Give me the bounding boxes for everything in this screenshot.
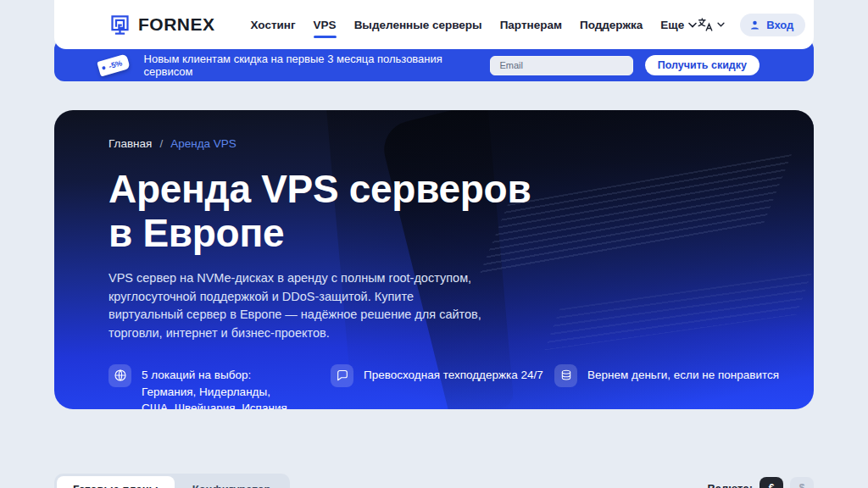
currency-eur-button[interactable]: € xyxy=(760,477,783,488)
nav-item-more-label: Еще xyxy=(660,19,684,31)
fornex-logo-icon xyxy=(108,14,131,36)
breadcrumb-home-link[interactable]: Главная xyxy=(108,137,152,150)
nav-item-vps[interactable]: VPS xyxy=(314,14,337,36)
breadcrumb-separator: / xyxy=(159,137,163,150)
login-label: Вход xyxy=(766,19,793,31)
currency-label: Валюта: xyxy=(707,482,753,488)
nav-item-hosting[interactable]: Хостинг xyxy=(251,14,296,36)
discount-tag-icon: -5% xyxy=(97,53,130,76)
promo-email-input[interactable] xyxy=(490,56,632,75)
nav-item-dedicated[interactable]: Выделенные серверы xyxy=(354,14,482,36)
content-shell: FORNEX Хостинг VPS Выделенные серверы Па… xyxy=(54,0,814,488)
tab-ready-plans[interactable]: Готовые планы xyxy=(57,476,175,488)
tab-configurator[interactable]: Конфигуратор xyxy=(176,476,287,488)
currency-usd-button[interactable]: $ xyxy=(790,477,814,488)
nav-item-more[interactable]: Еще xyxy=(660,14,697,36)
feature-locations-text: 5 локаций на выбор: Германия, Нидерланды… xyxy=(142,364,298,409)
main-nav: Хостинг VPS Выделенные серверы Партнерам… xyxy=(251,14,698,36)
hero-section: Главная / Аренда VPS Аренда VPS серверов… xyxy=(54,110,814,409)
breadcrumb: Главная / Аренда VPS xyxy=(108,137,760,150)
hero-features: 5 локаций на выбор: Германия, Нидерланды… xyxy=(108,364,760,409)
nav-item-partners[interactable]: Партнерам xyxy=(500,14,562,36)
page-title-line2: в Европе xyxy=(108,211,284,255)
user-icon xyxy=(749,19,760,30)
brand-name: FORNEX xyxy=(138,14,215,35)
nav-item-support[interactable]: Поддержка xyxy=(580,14,643,36)
globe-icon xyxy=(108,364,131,387)
brand-logo[interactable]: FORNEX xyxy=(108,14,215,36)
feature-locations: 5 локаций на выбор: Германия, Нидерланды… xyxy=(108,364,331,409)
promo-message: Новым клиентам скидка на первые 3 месяца… xyxy=(144,53,491,78)
chevron-down-icon xyxy=(688,22,697,28)
top-navbar: FORNEX Хостинг VPS Выделенные серверы Па… xyxy=(54,0,814,49)
navbar-right: Вход xyxy=(697,14,805,36)
chat-icon xyxy=(331,364,353,387)
plans-tabs: Готовые планы Конфигуратор xyxy=(54,474,290,488)
feature-support: Превосходная техподдержка 24/7 xyxy=(331,364,554,409)
feature-moneyback-text: Вернем деньги, если не понравится xyxy=(587,364,779,384)
currency-switcher: Валюта: € $ xyxy=(707,474,814,488)
chevron-down-icon xyxy=(717,22,725,27)
feature-support-text: Превосходная техподдержка 24/7 xyxy=(364,364,543,384)
language-switcher[interactable] xyxy=(697,17,725,32)
translate-icon xyxy=(697,17,714,32)
plans-header: Готовые планы Конфигуратор Валюта: € $ xyxy=(54,474,814,488)
page-title: Аренда VPS серверов в Европе xyxy=(108,168,760,256)
hero-description: VPS сервер на NVMe-дисках в аренду с пол… xyxy=(108,269,488,343)
coins-icon xyxy=(554,364,577,387)
page-title-line1: Аренда VPS серверов xyxy=(108,167,531,211)
feature-moneyback: Вернем деньги, если не понравится xyxy=(554,364,779,409)
login-button[interactable]: Вход xyxy=(740,14,805,36)
breadcrumb-current: Аренда VPS xyxy=(170,137,236,150)
page: FORNEX Хостинг VPS Выделенные серверы Па… xyxy=(0,0,868,488)
discount-tag-value: -5% xyxy=(108,58,123,70)
promo-cta-button[interactable]: Получить скидку xyxy=(645,55,760,75)
